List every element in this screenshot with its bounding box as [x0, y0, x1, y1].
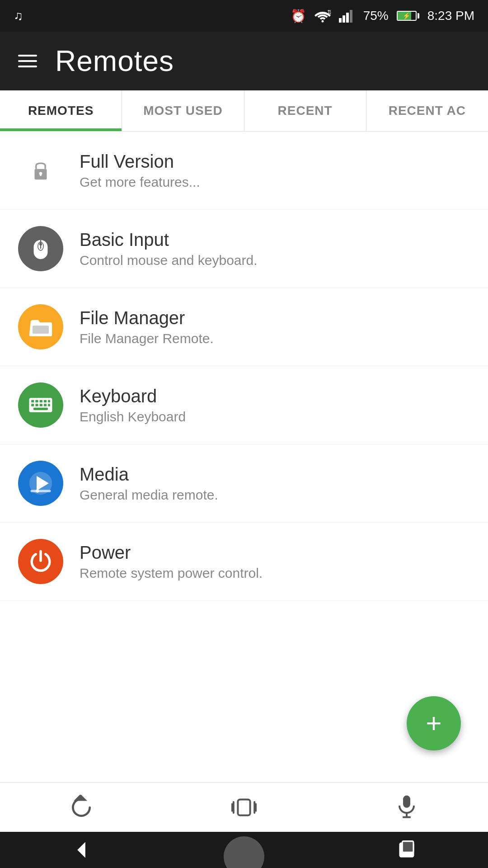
tab-recent-ac-label: RECENT AC [389, 104, 466, 118]
status-bar-right: ⏰ ⇅ 75% ⚡ 8:23 PM [291, 9, 474, 24]
file-manager-subtitle: File Manager Remote. [80, 331, 214, 346]
recents-button[interactable] [397, 840, 417, 860]
tab-active-indicator [0, 128, 122, 131]
menu-line-2 [18, 60, 37, 62]
svg-rect-22 [40, 404, 42, 406]
vibrate-button[interactable] [226, 789, 262, 826]
svg-rect-2 [339, 18, 342, 23]
status-bar: ♫ ⏰ ⇅ 75% ⚡ 8:23 PM [0, 0, 488, 32]
remotes-list: Full Version Get more features... Basic … [0, 132, 488, 782]
page-title: Remotes [55, 44, 174, 78]
tab-recent-label: RECENT [278, 104, 333, 118]
microphone-icon [394, 795, 419, 820]
list-item-power[interactable]: Power Remote system power control. [0, 523, 488, 601]
svg-marker-30 [76, 795, 85, 799]
full-version-text: Full Version Get more features... [80, 151, 200, 190]
svg-point-0 [321, 20, 324, 23]
power-icon-bg [18, 539, 63, 584]
app-header: Remotes [0, 32, 488, 90]
power-icon [28, 549, 53, 574]
list-item-media[interactable]: Media General media remote. [0, 444, 488, 523]
recents-icon [397, 840, 417, 860]
menu-line-3 [18, 66, 37, 67]
keyboard-icon-bg [18, 382, 63, 428]
basic-input-text: Basic Input Control mouse and keyboard. [80, 230, 258, 268]
list-item-full-version[interactable]: Full Version Get more features... [0, 132, 488, 210]
media-play-icon [28, 471, 53, 495]
signal-icon [339, 9, 355, 23]
back-icon [71, 840, 91, 860]
svg-rect-24 [48, 404, 50, 406]
svg-rect-28 [31, 490, 51, 492]
alarm-icon: ⏰ [291, 9, 306, 24]
power-text: Power Remote system power control. [80, 542, 263, 581]
menu-line-1 [18, 55, 37, 57]
full-version-subtitle: Get more features... [80, 175, 200, 190]
svg-rect-17 [40, 400, 42, 402]
microphone-button[interactable] [389, 789, 425, 826]
nav-circle-decoration [224, 836, 264, 868]
svg-point-29 [36, 490, 39, 493]
svg-rect-31 [238, 799, 250, 815]
svg-rect-19 [48, 400, 50, 402]
vibrate-icon [231, 795, 257, 820]
svg-rect-15 [31, 400, 34, 402]
svg-rect-8 [40, 174, 41, 176]
refresh-button[interactable] [63, 789, 99, 826]
content-area: REMOTES MOST USED RECENT RECENT AC [0, 90, 488, 782]
svg-rect-25 [33, 408, 48, 410]
svg-text:⇅: ⇅ [327, 9, 331, 16]
svg-rect-23 [44, 404, 47, 406]
basic-input-title: Basic Input [80, 230, 258, 250]
svg-rect-4 [346, 13, 349, 23]
mouse-icon [28, 236, 53, 261]
keyboard-title: Keyboard [80, 386, 186, 406]
folder-icon [28, 315, 53, 339]
file-manager-icon-bg [18, 304, 63, 349]
battery-icon: ⚡ [397, 11, 419, 21]
full-version-icon-bg [18, 148, 63, 193]
time-display: 8:23 PM [427, 9, 474, 23]
file-manager-text: File Manager File Manager Remote. [80, 308, 214, 346]
file-manager-title: File Manager [80, 308, 214, 328]
svg-rect-20 [31, 404, 34, 406]
basic-input-subtitle: Control mouse and keyboard. [80, 253, 258, 268]
tab-recent-ac[interactable]: RECENT AC [366, 90, 488, 131]
tab-most-used-label: MOST USED [143, 104, 222, 118]
tabs-container: REMOTES MOST USED RECENT RECENT AC [0, 90, 488, 132]
refresh-icon [69, 795, 94, 820]
media-text: Media General media remote. [80, 464, 218, 503]
menu-button[interactable] [18, 55, 37, 67]
svg-rect-18 [44, 400, 47, 402]
svg-rect-3 [343, 15, 345, 23]
media-icon-bg [18, 461, 63, 506]
power-title: Power [80, 542, 263, 563]
list-item-basic-input[interactable]: Basic Input Control mouse and keyboard. [0, 210, 488, 288]
svg-marker-39 [77, 842, 85, 858]
keyboard-icon [28, 393, 53, 417]
tab-remotes-label: REMOTES [28, 104, 94, 118]
back-button[interactable] [71, 840, 91, 860]
svg-rect-16 [35, 400, 38, 402]
bottom-action-bar [0, 782, 488, 832]
basic-input-icon-bg [18, 226, 63, 271]
media-subtitle: General media remote. [80, 487, 218, 503]
media-title: Media [80, 464, 218, 485]
power-subtitle: Remote system power control. [80, 566, 263, 581]
tab-most-used[interactable]: MOST USED [122, 90, 244, 131]
navigation-bar [0, 832, 488, 868]
full-version-title: Full Version [80, 151, 200, 172]
keyboard-text: Keyboard English Keyboard [80, 386, 186, 425]
svg-rect-13 [33, 326, 49, 334]
list-item-file-manager[interactable]: File Manager File Manager Remote. [0, 288, 488, 366]
keyboard-subtitle: English Keyboard [80, 409, 186, 425]
add-remote-fab[interactable]: + [407, 696, 461, 750]
battery-percent: 75% [363, 9, 389, 23]
svg-rect-36 [403, 795, 410, 807]
svg-rect-21 [35, 404, 38, 406]
tab-remotes[interactable]: REMOTES [0, 90, 122, 131]
lock-icon [28, 158, 53, 183]
wifi-icon: ⇅ [314, 9, 331, 23]
list-item-keyboard[interactable]: Keyboard English Keyboard [0, 366, 488, 444]
tab-recent[interactable]: RECENT [244, 90, 366, 131]
